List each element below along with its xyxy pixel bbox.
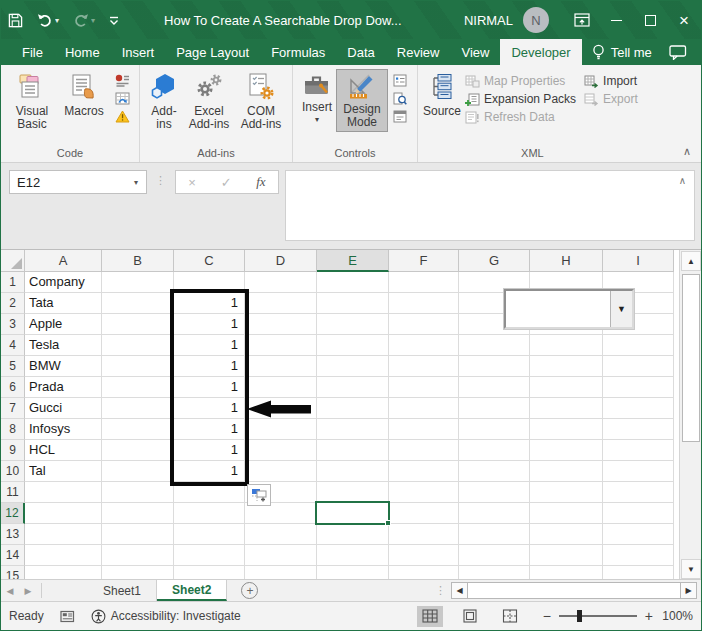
tab-bar-splitter[interactable]: ⋮	[431, 584, 451, 597]
cell-A3[interactable]: Apple	[25, 314, 102, 335]
cell-I11[interactable]	[603, 482, 674, 503]
cell-D1[interactable]	[245, 272, 317, 293]
cell-D2[interactable]	[245, 293, 317, 314]
cell-C15[interactable]	[174, 566, 245, 579]
formula-bar-splitter[interactable]: ⋮	[153, 170, 169, 187]
cell-E6[interactable]	[317, 377, 389, 398]
control-properties-button[interactable]	[391, 73, 409, 88]
cell-D5[interactable]	[245, 356, 317, 377]
cell-A6[interactable]: Prada	[25, 377, 102, 398]
cell-B13[interactable]	[102, 524, 174, 545]
tell-me-box[interactable]: Tell me	[582, 39, 662, 65]
cell-D8[interactable]	[245, 419, 317, 440]
previous-sheet-button[interactable]: ◀	[1, 580, 19, 601]
cell-A8[interactable]: Infosys	[25, 419, 102, 440]
minimize-button[interactable]	[599, 1, 633, 39]
row-header-15[interactable]: 15	[1, 566, 25, 579]
cell-E3[interactable]	[317, 314, 389, 335]
row-header-6[interactable]: 6	[1, 377, 25, 398]
page-layout-view-button[interactable]	[457, 606, 483, 627]
avatar[interactable]: N	[523, 7, 549, 33]
cell-I6[interactable]	[603, 377, 674, 398]
cell-F3[interactable]	[389, 314, 459, 335]
cell-D14[interactable]	[245, 545, 317, 566]
sheet-tab-sheet2[interactable]: Sheet2	[157, 580, 227, 601]
tab-view[interactable]: View	[450, 39, 500, 65]
cell-A4[interactable]: Tesla	[25, 335, 102, 356]
refresh-data-button[interactable]: Refresh Data	[465, 110, 576, 124]
cell-F5[interactable]	[389, 356, 459, 377]
cell-F9[interactable]	[389, 440, 459, 461]
cell-F8[interactable]	[389, 419, 459, 440]
undo-dropdown-caret[interactable]: ▾	[55, 16, 59, 25]
cell-B11[interactable]	[102, 482, 174, 503]
zoom-out-button[interactable]: −	[543, 608, 551, 624]
cell-H10[interactable]	[530, 461, 603, 482]
cell-C8[interactable]: 1	[174, 419, 245, 440]
customize-quick-access-toolbar-button[interactable]	[102, 5, 126, 35]
tab-page-layout[interactable]: Page Layout	[165, 39, 260, 65]
cell-A11[interactable]	[25, 482, 102, 503]
cell-A5[interactable]: BMW	[25, 356, 102, 377]
cell-C1[interactable]	[174, 272, 245, 293]
cell-C3[interactable]: 1	[174, 314, 245, 335]
formula-bar-collapse-caret[interactable]: ∧	[679, 175, 686, 186]
save-button[interactable]	[1, 5, 30, 35]
cell-C2[interactable]: 1	[174, 293, 245, 314]
vertical-scrollbar-thumb[interactable]	[682, 274, 700, 442]
row-header-9[interactable]: 9	[1, 440, 25, 461]
expansion-packs-button[interactable]: Expansion Packs	[465, 92, 576, 106]
cell-E4[interactable]	[317, 335, 389, 356]
cell-C10[interactable]: 1	[174, 461, 245, 482]
column-header-G[interactable]: G	[459, 250, 530, 272]
next-sheet-button[interactable]: ▶	[19, 580, 37, 601]
cell-B5[interactable]	[102, 356, 174, 377]
tab-file[interactable]: File	[11, 39, 54, 65]
cell-H6[interactable]	[530, 377, 603, 398]
column-header-B[interactable]: B	[102, 250, 174, 272]
macro-recording-button[interactable]	[60, 610, 75, 623]
cell-D3[interactable]	[245, 314, 317, 335]
accessibility-checker-button[interactable]: Accessibility: Investigate	[91, 609, 241, 624]
cell-I13[interactable]	[603, 524, 674, 545]
cell-B10[interactable]	[102, 461, 174, 482]
cell-A10[interactable]: Tal	[25, 461, 102, 482]
row-header-13[interactable]: 13	[1, 524, 25, 545]
column-header-A[interactable]: A	[25, 250, 102, 272]
column-header-C[interactable]: C	[174, 250, 245, 272]
zoom-slider[interactable]	[559, 615, 637, 617]
cell-E14[interactable]	[317, 545, 389, 566]
run-dialog-button[interactable]	[391, 109, 409, 124]
searchable-dropdown-combobox[interactable]: ▼	[504, 289, 634, 329]
cell-G10[interactable]	[459, 461, 530, 482]
cell-B1[interactable]	[102, 272, 174, 293]
cell-E5[interactable]	[317, 356, 389, 377]
cell-G13[interactable]	[459, 524, 530, 545]
addins-button[interactable]: Add-ins	[145, 69, 183, 134]
cell-E9[interactable]	[317, 440, 389, 461]
cell-C6[interactable]: 1	[174, 377, 245, 398]
macros-button[interactable]: Macros	[58, 69, 110, 121]
cell-F1[interactable]	[389, 272, 459, 293]
redo-dropdown-caret[interactable]: ▾	[91, 16, 95, 25]
cell-C4[interactable]: 1	[174, 335, 245, 356]
cell-G11[interactable]	[459, 482, 530, 503]
cell-G5[interactable]	[459, 356, 530, 377]
sheet-tab-sheet1[interactable]: Sheet1	[88, 580, 157, 601]
cell-H8[interactable]	[530, 419, 603, 440]
cell-H12[interactable]	[530, 503, 603, 524]
cell-G6[interactable]	[459, 377, 530, 398]
auto-fill-options-button[interactable]	[247, 484, 271, 506]
cell-F14[interactable]	[389, 545, 459, 566]
cell-B3[interactable]	[102, 314, 174, 335]
cell-A2[interactable]: Tata	[25, 293, 102, 314]
cell-I8[interactable]	[603, 419, 674, 440]
page-break-preview-button[interactable]	[497, 606, 523, 627]
horizontal-scrollbar[interactable]: ◀ ▶	[451, 582, 697, 599]
cell-H14[interactable]	[530, 545, 603, 566]
scroll-down-button[interactable]: ▼	[681, 559, 701, 579]
cell-A13[interactable]	[25, 524, 102, 545]
row-header-3[interactable]: 3	[1, 314, 25, 335]
cell-B9[interactable]	[102, 440, 174, 461]
row-header-1[interactable]: 1	[1, 272, 25, 293]
